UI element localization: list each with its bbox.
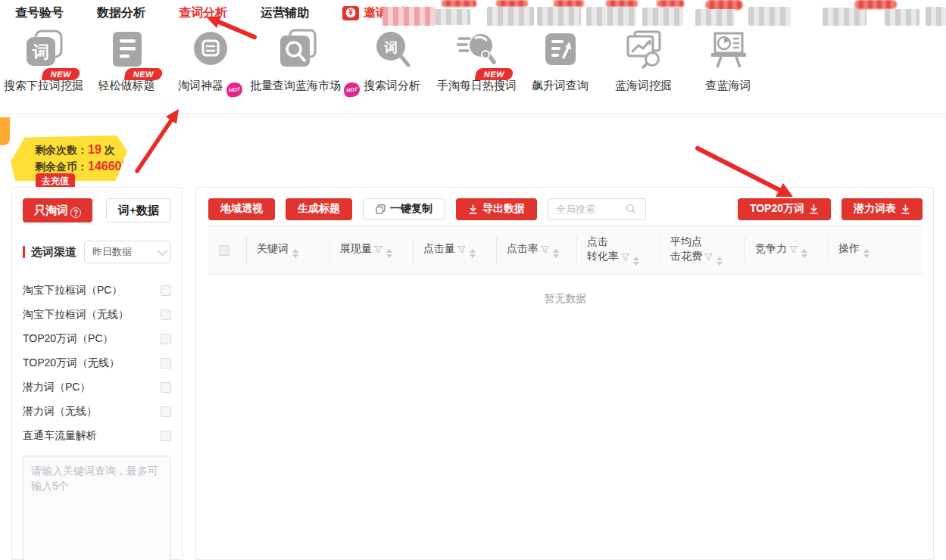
option-top20-pc[interactable]: TOP20万词（PC） [23,327,171,351]
option-potential-wireless[interactable]: 潜力词（无线） [23,400,171,424]
tool-blue-ocean-mining[interactable]: 蓝海词挖掘 [604,29,683,93]
checkbox[interactable] [161,431,171,441]
sort-icon[interactable] [470,249,476,258]
tool-rising-word-query[interactable]: 飙升词查询 [520,29,600,93]
filter-icon[interactable] [704,253,713,261]
chevron-down-icon [158,246,167,256]
top20-download-button[interactable]: TOP20万词 [738,198,831,220]
global-search-input[interactable] [556,204,626,215]
option-potential-pc[interactable]: 潜力词（PC） [23,375,171,400]
tool-label: 蓝海词挖掘 [604,79,683,93]
column-label: 关键词 [257,242,289,254]
keyword-input[interactable] [23,456,171,560]
filter-icon[interactable] [541,245,549,254]
nav-item-operation-aid[interactable]: 运营辅助 [261,5,309,21]
header-conversion-rate[interactable]: 点击 转化率 [576,226,660,274]
remaining-coins-value: 146605 [88,160,128,173]
word-magnifier-icon: 词 [372,29,413,70]
sort-icon[interactable] [717,257,723,266]
global-search-box[interactable] [548,198,646,220]
option-label: 淘宝下拉框词（无线） [23,308,129,322]
sort-icon[interactable] [863,249,870,258]
side-edge-tab[interactable] [0,117,10,145]
tool-label-text: 淘词神器 [178,79,223,92]
copy-all-button[interactable]: 一键复制 [363,198,445,220]
tool-easy-title[interactable]: NEW 轻松做标题 [89,29,164,93]
sort-icon[interactable] [553,249,559,258]
header-impressions[interactable]: 展现量 [329,226,413,274]
tool-search-word-analysis[interactable]: 词 搜索词分析 [352,29,432,93]
remaining-times-label: 剩余次数： [35,144,88,156]
tool-check-blue-ocean[interactable]: 查蓝海词 [688,29,768,93]
tool-batch-blue-ocean[interactable]: 批量查询蓝海市场HOT [250,29,345,97]
toolbar-right-group: TOP20万词 潜力词表 [738,198,923,220]
tool-daily-hot-search[interactable]: NEW 手淘每日热搜词 [433,29,520,93]
potential-list-download-button[interactable]: 潜力词表 [841,198,923,220]
header-actions[interactable]: 操作 [828,226,923,274]
only-taoci-button[interactable]: 只淘词? [23,198,92,222]
top20-label: TOP20万词 [750,202,804,216]
channel-row: 选词渠道 昨日数据 [23,241,171,263]
tool-label-text: 批量查询蓝海市场 [250,79,341,92]
filter-icon[interactable] [457,245,466,254]
column-label-line2: 击花费 [670,250,702,262]
option-taobao-dropdown-pc[interactable]: 淘宝下拉框词（PC） [23,278,171,303]
sort-icon[interactable] [386,249,392,258]
channel-select-value: 昨日数据 [92,245,132,259]
tool-label: 手淘每日热搜词 [433,79,520,93]
tool-taoci-magic[interactable]: 淘词神器HOT [170,29,250,97]
sort-icon[interactable] [633,257,639,266]
column-label-line2: 转化率 [587,250,619,262]
search-icon [626,204,636,214]
filter-icon[interactable] [621,253,629,261]
checkbox[interactable] [161,382,171,393]
magnifier-square-icon [277,29,318,70]
column-label: 点击率 [507,242,539,254]
remaining-times-value: 19 [88,143,101,156]
option-top20-wireless[interactable]: TOP20万词（无线） [23,351,171,375]
region-insight-button[interactable]: 地域透视 [208,198,275,220]
header-clicks[interactable]: 点击量 [413,226,496,274]
tool-label: 淘词神器HOT [170,79,250,97]
option-zhitongche-traffic[interactable]: 直通车流量解析 [23,424,171,448]
header-ctr[interactable]: 点击率 [496,226,576,274]
tool-search-dropdown-mining[interactable]: 词 NEW 搜索下拉词挖掘 [4,29,83,93]
option-label: TOP20万词（无线） [23,356,120,370]
option-label: TOP20万词（PC） [23,332,114,346]
arrow-to-taoci-magic-tool [137,109,179,171]
column-label: 点击量 [423,242,455,254]
column-label-line1: 平均点 [670,235,723,249]
tool-label: 搜索词分析 [352,79,432,93]
red-envelope-icon [342,6,359,20]
tool-label: 搜索下拉词挖掘 [4,79,83,93]
sort-icon[interactable] [801,249,807,258]
new-badge: NEW [474,68,514,80]
filter-sidebar: 只淘词? 词+数据 选词渠道 昨日数据 淘宝下拉框词（PC） 淘宝下拉框词（无线… [11,187,183,560]
nav-item-word-analysis[interactable]: 查词分析 [179,5,227,21]
nav-item-account-check[interactable]: 查号验号 [15,5,64,21]
checkbox[interactable] [161,334,171,344]
copy-icon [376,204,386,214]
option-taobao-dropdown-wireless[interactable]: 淘宝下拉框词（无线） [23,303,171,327]
filter-icon[interactable] [374,245,382,254]
tool-label: 飙升词查询 [520,79,600,93]
checkbox[interactable] [161,358,171,369]
export-data-button[interactable]: 导出数据 [456,198,537,220]
select-all-checkbox[interactable] [219,245,229,256]
header-competitiveness[interactable]: 竞争力 [745,226,828,274]
remaining-coins-unit: 币 [131,160,142,173]
header-keyword[interactable]: 关键词 [246,226,329,274]
word-data-button[interactable]: 词+数据 [106,198,171,222]
checkbox[interactable] [161,406,171,417]
help-icon[interactable]: ? [70,207,81,218]
header-avg-click-cost[interactable]: 平均点 击花费 [660,226,745,274]
filter-icon[interactable] [789,245,798,254]
checkbox[interactable] [161,285,171,296]
sort-icon[interactable] [292,249,298,258]
channel-select[interactable]: 昨日数据 [84,241,171,263]
checkbox[interactable] [161,310,171,320]
export-data-label: 导出数据 [482,202,525,216]
generate-title-button[interactable]: 生成标题 [286,198,352,220]
divider-line [0,114,946,114]
nav-item-data-analysis[interactable]: 数据分析 [97,5,145,21]
